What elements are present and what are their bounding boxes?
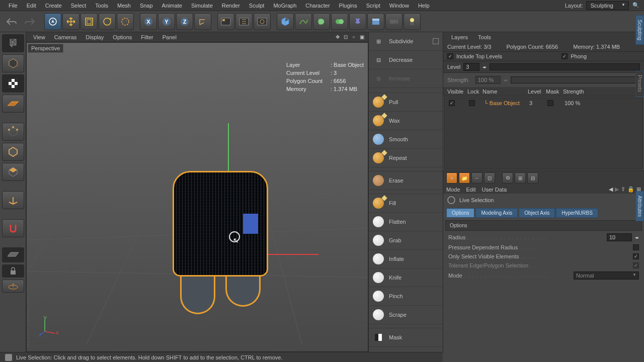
menu-select[interactable]: Select (66, 1, 91, 10)
menu-tools[interactable]: Tools (91, 1, 113, 10)
vp-nav-move-icon[interactable]: ✥ (334, 34, 341, 41)
model-mode[interactable] (2, 54, 24, 72)
mode-select[interactable]: Normal (574, 272, 639, 280)
vp-menu-display[interactable]: Display (82, 33, 108, 41)
vp-menu-cameras[interactable]: Cameras (50, 33, 81, 41)
phong-checkbox[interactable]: ✓ (561, 53, 568, 59)
add-camera[interactable] (385, 13, 403, 30)
scale-tool[interactable] (80, 13, 98, 30)
sculpt-decrease[interactable]: ⊟Decrease (369, 51, 443, 69)
polygons-mode[interactable] (2, 163, 24, 181)
undo-button[interactable] (3, 13, 20, 30)
menu-help[interactable]: Help (414, 1, 434, 10)
snap-tool[interactable] (2, 219, 24, 237)
add-light[interactable] (404, 13, 421, 30)
axis-tool[interactable] (2, 191, 24, 209)
selected-object[interactable] (173, 171, 273, 317)
brush-flatten[interactable]: Flatten (369, 213, 443, 231)
attr-btn-7[interactable]: ⊟ (527, 172, 538, 184)
brush-smooth[interactable]: Smooth (369, 130, 443, 149)
sculpt-subdivide[interactable]: ⊞Subdivide (369, 32, 443, 51)
layer-mask-checkbox[interactable] (547, 100, 553, 106)
vp-menu-panel[interactable]: Panel (158, 33, 181, 41)
brush-knife[interactable]: Knife (369, 268, 443, 287)
menu-mesh[interactable]: Mesh (113, 1, 135, 10)
edges-mode[interactable] (2, 143, 24, 161)
render-region[interactable] (235, 13, 253, 30)
points-mode[interactable] (2, 123, 24, 141)
brush-pull[interactable]: Pull (369, 93, 443, 112)
lock-workplane[interactable] (2, 264, 24, 278)
pressure-checkbox[interactable] (633, 244, 639, 250)
menu-animate[interactable]: Animate (157, 1, 187, 10)
vp-menu-filter[interactable]: Filter (137, 33, 157, 41)
brush-mask[interactable]: Mask (369, 328, 443, 347)
vp-nav-zoom-icon[interactable]: ⊡ (342, 34, 349, 41)
brush-wax[interactable]: Wax (369, 112, 443, 130)
redo-button[interactable] (21, 13, 38, 30)
menu-mograph[interactable]: MoGraph (269, 1, 301, 10)
vp-menu-options[interactable]: Options (109, 33, 136, 41)
side-tab-attributes[interactable]: Attributes (635, 191, 644, 221)
live-selection-tool[interactable] (44, 13, 61, 30)
brush-repeat[interactable]: Repeat (369, 149, 443, 167)
strength-slider[interactable] (511, 76, 640, 83)
layer-visible-checkbox[interactable]: ✓ (449, 100, 455, 106)
menu-render[interactable]: Render (217, 1, 245, 10)
coord-system[interactable] (194, 13, 211, 30)
radius-input[interactable]: 10 (607, 233, 632, 241)
side-tab-presets[interactable]: Presets (635, 70, 644, 97)
texture-mode[interactable] (2, 74, 24, 93)
render-settings[interactable] (254, 13, 271, 30)
layer-row[interactable]: ✓ └ Base Object 3 100 % (445, 98, 642, 108)
attr-nav-fwd-icon[interactable]: ▶ (615, 186, 619, 193)
tab-tools[interactable]: Tools (473, 33, 496, 41)
attr-btn-4[interactable]: ⊡ (484, 172, 495, 184)
move-tool[interactable] (62, 13, 79, 30)
attr-tab-hypernurbs[interactable]: HyperNURBS (556, 208, 598, 218)
menu-plugins[interactable]: Plugins (335, 1, 362, 10)
attr-btn-6[interactable]: ⊞ (515, 172, 526, 184)
rotate-tool[interactable] (99, 13, 116, 30)
attr-delete[interactable]: − (471, 172, 482, 184)
brush-grab[interactable]: Grab (369, 231, 443, 250)
attr-menu-userdata[interactable]: User Data (482, 187, 507, 193)
y-axis-lock[interactable]: Y (158, 13, 175, 30)
attr-btn-5[interactable]: ⧉ (502, 172, 513, 184)
add-deformer[interactable] (349, 13, 366, 30)
attr-tab-modeling[interactable]: Modeling Axis (475, 208, 518, 218)
attr-new-folder[interactable]: 📁 (459, 172, 470, 184)
make-editable[interactable] (2, 34, 24, 52)
menu-sculpt[interactable]: Sculpt (245, 1, 269, 10)
attr-tab-object[interactable]: Object Axis (519, 208, 555, 218)
include-top-checkbox[interactable]: ✓ (447, 53, 453, 59)
level-input[interactable]: 3 (463, 63, 479, 71)
add-spline[interactable] (295, 13, 312, 30)
strength-input[interactable]: 100 % (475, 76, 501, 84)
planar-workplane[interactable] (2, 280, 24, 293)
render-view[interactable] (217, 13, 234, 30)
menu-script[interactable]: Script (362, 1, 385, 10)
vp-menu-view[interactable]: View (29, 33, 49, 41)
level-slider[interactable] (490, 63, 640, 70)
menu-simulate[interactable]: Simulate (187, 1, 217, 10)
add-nurbs[interactable] (313, 13, 330, 30)
recent-tool[interactable] (117, 13, 134, 30)
brush-pinch[interactable]: Pinch (369, 287, 443, 306)
menu-file[interactable]: File (4, 1, 22, 10)
side-tab-sculpting[interactable]: Sculpting (635, 15, 644, 45)
attr-menu-mode[interactable]: Mode (446, 187, 460, 193)
attr-nav-up-icon[interactable]: ⇧ (621, 186, 625, 193)
workplane-mode[interactable] (2, 95, 24, 113)
viewport-3d[interactable]: Perspective ↖ Layer: Base Object (26, 42, 368, 352)
z-axis-handle[interactable] (243, 214, 258, 234)
attr-new-layer[interactable]: + (446, 172, 457, 184)
search-icon[interactable]: 🔍 (632, 2, 640, 10)
brush-inflate[interactable]: Inflate (369, 250, 443, 268)
attr-nav-lock-icon[interactable]: 🔒 (627, 186, 634, 193)
menu-character[interactable]: Character (301, 1, 334, 10)
attr-nav-back-icon[interactable]: ◀ (609, 186, 613, 193)
x-axis-lock[interactable]: X (140, 13, 157, 30)
vp-nav-maximize-icon[interactable]: ▣ (358, 34, 365, 41)
add-cube[interactable] (277, 13, 294, 30)
